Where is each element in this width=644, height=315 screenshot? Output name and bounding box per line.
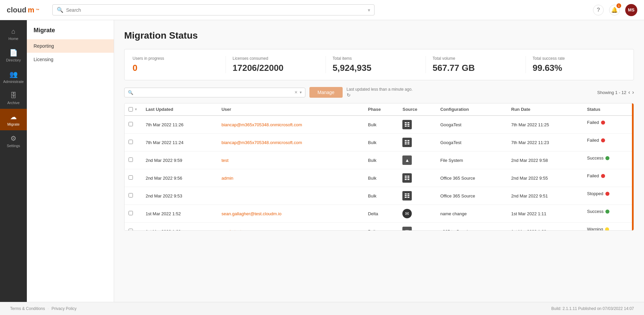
sub-sidebar-item-licensing[interactable]: Licensing [27, 53, 114, 66]
administrate-icon: 👥 [9, 70, 18, 78]
sidebar-item-administrate[interactable]: 👥 Administrate [0, 66, 27, 88]
logo-text-cloud: cloud [7, 6, 27, 14]
select-all-checkbox[interactable] [129, 107, 133, 111]
last-updated-text: Last updated less than a minute ago. [347, 87, 413, 92]
svg-rect-6 [405, 140, 407, 141]
table-row: 2nd Mar 2022 9:59 test Bulk ▲ File Syste… [125, 151, 634, 169]
svg-rect-7 [407, 140, 409, 141]
scrollbar [632, 103, 634, 230]
stats-row: Users in progress 0 Licenses consumed 17… [133, 56, 626, 73]
row-status: Success [583, 205, 634, 218]
sidebar-item-archive[interactable]: 🗄 Archive [0, 88, 27, 109]
user-link[interactable]: admin [221, 176, 233, 181]
table-search-input[interactable] [135, 90, 292, 95]
row-configuration: GoogaTest [436, 116, 507, 134]
sidebar-item-home[interactable]: ⌂ Home [0, 24, 27, 45]
row-run-date: 1st Mar 2022 1:28 [507, 223, 583, 231]
svg-rect-3 [407, 124, 409, 125]
sidebar-item-directory[interactable]: 📄 Directory [0, 45, 27, 66]
logo: cloudm ™ [7, 6, 47, 14]
row-checkbox[interactable] [129, 193, 133, 197]
search-input[interactable] [66, 7, 365, 13]
home-icon: ⌂ [11, 28, 15, 35]
prev-page-button[interactable]: ‹ [628, 89, 630, 95]
row-user: biancap@m365x705348.onmicrosoft.com [217, 134, 364, 151]
table-row: 2nd Mar 2022 9:53 Bulk Office 365 Source… [125, 187, 634, 205]
user-link[interactable]: biancap@m365x705348.onmicrosoft.com [221, 122, 302, 127]
status-dot [605, 156, 609, 160]
search-clear-icon[interactable]: ✕ [294, 90, 298, 95]
svg-rect-17 [407, 179, 409, 180]
row-phase: Bulk [364, 116, 398, 134]
row-last-updated: 2nd Mar 2022 9:53 [142, 187, 217, 205]
svg-rect-21 [407, 195, 409, 196]
row-checkbox-cell [125, 187, 142, 205]
row-run-date: 7th Mar 2022 11:25 [507, 116, 583, 134]
row-status: Failed [583, 116, 634, 129]
svg-rect-12 [405, 176, 407, 177]
sidebar: ⌂ Home 📄 Directory 👥 Administrate 🗄 Arch… [0, 20, 27, 302]
stat-value-2: 5,924,935 [333, 63, 419, 73]
row-user: test [217, 151, 364, 169]
row-last-updated: 7th Mar 2022 11:24 [142, 134, 217, 151]
table-search-icon: 🔍 [128, 90, 133, 95]
topbar-right: ? 🔔 1 MS [593, 4, 637, 16]
directory-icon: 📄 [9, 49, 18, 57]
row-checkbox[interactable] [129, 229, 133, 231]
stat-licenses-consumed: Licenses consumed 17206/22000 [226, 56, 326, 73]
svg-rect-13 [407, 176, 409, 177]
sub-sidebar-item-reporting[interactable]: Reporting [27, 39, 114, 53]
help-button[interactable]: ? [593, 5, 604, 15]
status-dot [601, 121, 605, 125]
user-link[interactable]: sean.gallagher@test.cloudm.io [221, 211, 282, 216]
row-status: Success [583, 151, 634, 165]
row-last-updated: 2nd Mar 2022 9:56 [142, 169, 217, 187]
row-phase: Bulk [364, 187, 398, 205]
row-last-updated: 2nd Mar 2022 9:59 [142, 151, 217, 169]
row-checkbox[interactable] [129, 158, 133, 162]
row-checkbox[interactable] [129, 211, 133, 215]
terms-link[interactable]: Terms & Conditions [10, 306, 45, 311]
row-user: smoketestsourceuser [217, 223, 364, 231]
row-run-date: 2nd Mar 2022 9:55 [507, 169, 583, 187]
logo-text-m: m [28, 6, 35, 14]
search-bar[interactable]: 🔍 ▾ [52, 4, 375, 15]
sidebar-item-migrate[interactable]: ☁ Migrate [0, 109, 27, 130]
table-search[interactable]: 🔍 ✕ ▾ [124, 88, 305, 97]
refresh-icon[interactable]: ↻ [347, 92, 413, 98]
row-checkbox[interactable] [129, 175, 133, 180]
user-link[interactable]: biancap@m365x705348.onmicrosoft.com [221, 140, 302, 145]
row-phase: Delta [364, 205, 398, 223]
search-dropdown-icon[interactable]: ▾ [368, 7, 370, 13]
row-last-updated: 1st Mar 2022 1:52 [142, 205, 217, 223]
row-configuration: File System [436, 151, 507, 169]
row-phase: Bulk [364, 223, 398, 231]
row-run-date: 1st Mar 2022 1:11 [507, 205, 583, 223]
user-link[interactable]: test [221, 158, 229, 163]
row-configuration: Office 365 Source [436, 169, 507, 187]
user-link[interactable]: smoketestsourceuser [221, 229, 263, 231]
status-dot [605, 227, 609, 231]
status-dot [605, 192, 609, 196]
pagination-info: Showing 1 - 12 ‹ › [597, 89, 634, 95]
sidebar-item-settings[interactable]: ⚙ Settings [0, 130, 27, 152]
stat-value-0: 0 [133, 63, 219, 73]
content-area: Migration Status Users in progress 0 Lic… [114, 20, 644, 302]
row-checkbox[interactable] [129, 122, 133, 126]
privacy-link[interactable]: Privacy Policy [51, 306, 77, 311]
svg-rect-4 [405, 126, 407, 127]
row-user: sean.gallagher@test.cloudm.io [217, 205, 364, 223]
avatar[interactable]: MS [625, 4, 637, 16]
row-checkbox[interactable] [129, 140, 133, 144]
svg-rect-22 [405, 197, 407, 198]
stat-value-1: 17206/22000 [233, 63, 319, 73]
notification-button[interactable]: 🔔 1 [609, 5, 620, 15]
stat-label-3: Total volume [433, 56, 519, 61]
row-source: ▲ [398, 151, 436, 169]
manage-button[interactable]: Manage [309, 87, 343, 98]
next-page-button[interactable]: › [632, 89, 634, 95]
main-layout: ⌂ Home 📄 Directory 👥 Administrate 🗄 Arch… [0, 20, 644, 302]
search-dropdown-icon[interactable]: ▾ [300, 90, 302, 95]
row-source [398, 169, 436, 187]
sort-arrow-icon[interactable]: ▼ [134, 107, 138, 111]
